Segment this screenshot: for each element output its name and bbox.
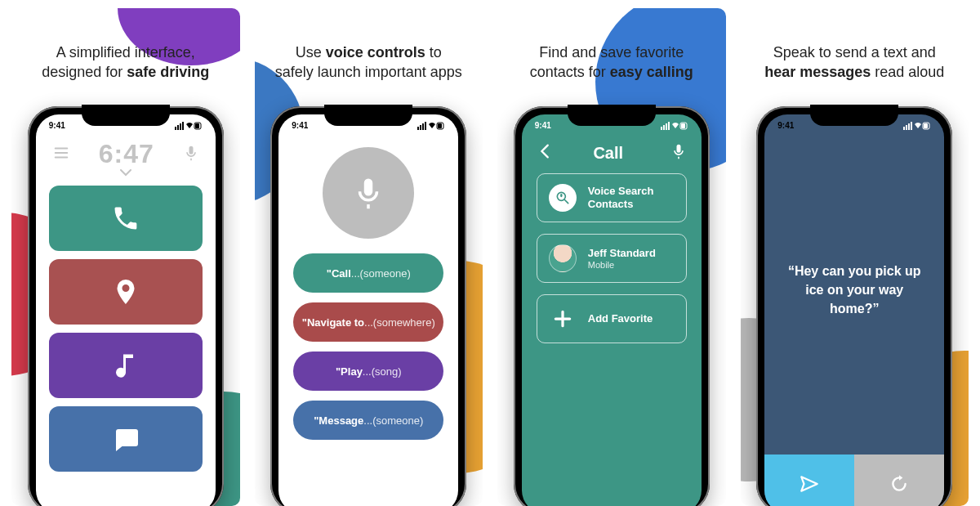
phone-notch <box>324 105 412 126</box>
command-pill-play[interactable]: "Play...(song) <box>293 352 443 391</box>
voice-mic-button[interactable] <box>323 147 414 239</box>
phone-tile[interactable] <box>49 186 203 251</box>
music-tile[interactable] <box>49 333 203 398</box>
command-text: "Play <box>336 365 363 378</box>
plus-icon <box>549 305 577 333</box>
clock-time: 6:47 <box>70 139 183 169</box>
tile-grid <box>36 181 216 477</box>
card-text: Voice Search Contacts <box>588 185 654 212</box>
svg-rect-16 <box>663 125 665 130</box>
status-icons <box>175 120 203 129</box>
panel-voice-controls: Use voice controls to safely launch impo… <box>255 8 483 506</box>
panel-simplified-interface: A simplified interface, designed for saf… <box>11 8 240 506</box>
status-time: 9:41 <box>49 121 65 130</box>
phone-notch <box>810 105 898 126</box>
svg-rect-3 <box>182 122 184 130</box>
phone-mockup: 9:41 Call Voice Search Contacts <box>514 106 710 506</box>
location-tile[interactable] <box>49 259 203 325</box>
avatar <box>549 244 577 272</box>
status-time: 9:41 <box>777 121 794 130</box>
status-icons <box>417 120 445 129</box>
headline-text-a: Use <box>296 44 326 60</box>
card-title-line2: Contacts <box>588 198 654 211</box>
redo-icon <box>889 473 910 495</box>
phone-mockup: 9:41 "Call...(someone) "Navigate to...(s… <box>270 106 466 506</box>
status-time: 9:41 <box>535 121 551 130</box>
redo-button[interactable] <box>854 455 944 506</box>
command-pill-message[interactable]: "Message...(someone) <box>293 401 443 440</box>
command-text: "Message <box>314 414 363 427</box>
svg-rect-15 <box>661 127 662 130</box>
voice-search-icon <box>549 184 577 212</box>
contact-card[interactable]: Jeff Standard Mobile <box>537 234 687 283</box>
svg-rect-23 <box>903 127 905 130</box>
headline-bold: voice controls <box>326 44 425 60</box>
command-hint: ...(someone) <box>351 267 411 280</box>
svg-rect-2 <box>180 123 181 130</box>
contact-name: Jeff Standard <box>588 247 656 260</box>
mic-icon[interactable] <box>670 143 687 163</box>
phone-notch <box>568 105 656 126</box>
panel-speak-to-send: Speak to send a text and hear messages r… <box>741 8 969 506</box>
command-pill-navigate[interactable]: "Navigate to...(somewhere) <box>293 302 443 342</box>
svg-rect-12 <box>425 122 426 130</box>
svg-rect-0 <box>175 127 176 130</box>
command-hint: ...(someone) <box>363 414 423 427</box>
panel-favorite-contacts: Find and save favorite contacts for easy… <box>497 8 726 506</box>
message-tile[interactable] <box>49 406 203 472</box>
phone-screen: 9:41 6:47 <box>36 114 216 506</box>
send-icon <box>799 473 820 495</box>
headline-bold: hear messages <box>764 64 871 80</box>
phone-mockup: 9:41 “Hey can you pick up ice on your wa… <box>756 106 952 506</box>
svg-rect-10 <box>420 125 421 130</box>
headline-bold: safe driving <box>127 64 209 80</box>
headline: Speak to send a text and hear messages r… <box>741 43 969 83</box>
voice-search-card[interactable]: Voice Search Contacts <box>537 173 687 222</box>
svg-rect-5 <box>195 123 199 128</box>
headline: Find and save favorite contacts for easy… <box>497 43 726 83</box>
card-text: Add Favorite <box>588 312 653 325</box>
contact-card-list: Voice Search Contacts Jeff Standard Mobi… <box>522 173 702 343</box>
add-favorite-label: Add Favorite <box>588 312 653 325</box>
phone-screen: 9:41 "Call...(someone) "Navigate to...(s… <box>278 114 458 506</box>
svg-rect-11 <box>422 123 424 130</box>
svg-rect-28 <box>924 123 928 128</box>
command-text: "Navigate to <box>302 316 364 329</box>
call-header: Call <box>522 136 702 173</box>
add-favorite-card[interactable]: Add Favorite <box>537 294 687 343</box>
chevron-down-icon[interactable] <box>36 166 216 181</box>
phone-screen: 9:41 Call Voice Search Contacts <box>522 114 702 506</box>
svg-rect-1 <box>177 125 179 130</box>
headline: A simplified interface, designed for saf… <box>11 43 240 83</box>
headline-text-c: read aloud <box>871 64 944 80</box>
status-time: 9:41 <box>292 121 308 130</box>
phone-screen: 9:41 “Hey can you pick up ice on your wa… <box>764 114 944 506</box>
phone-mockup: 9:41 6:47 <box>28 106 224 506</box>
headline: Use voice controls to safely launch impo… <box>255 43 483 83</box>
svg-rect-18 <box>668 122 670 130</box>
headline-text-a: Speak to send a text and <box>773 44 936 60</box>
command-hint: ...(song) <box>363 365 402 378</box>
card-title-line1: Voice Search <box>588 185 654 198</box>
command-pill-list: "Call...(someone) "Navigate to...(somewh… <box>278 253 458 440</box>
command-pill-call[interactable]: "Call...(someone) <box>293 253 443 293</box>
svg-rect-14 <box>438 123 442 128</box>
svg-rect-9 <box>417 127 419 130</box>
svg-rect-20 <box>681 123 685 128</box>
status-icons <box>903 120 931 129</box>
send-button[interactable] <box>764 455 854 506</box>
svg-rect-25 <box>908 123 910 130</box>
phone-notch <box>82 105 170 126</box>
status-icons <box>661 120 688 129</box>
command-text: "Call <box>327 267 351 280</box>
home-header: 6:47 <box>36 136 216 169</box>
headline-bold: easy calling <box>610 64 693 80</box>
svg-rect-17 <box>666 123 667 130</box>
svg-rect-26 <box>911 122 912 130</box>
mic-icon[interactable] <box>183 145 199 164</box>
menu-icon[interactable] <box>52 144 70 165</box>
bottom-bar <box>764 455 944 506</box>
command-hint: ...(somewhere) <box>364 316 435 329</box>
svg-line-22 <box>564 200 568 204</box>
contact-type: Mobile <box>588 260 656 270</box>
